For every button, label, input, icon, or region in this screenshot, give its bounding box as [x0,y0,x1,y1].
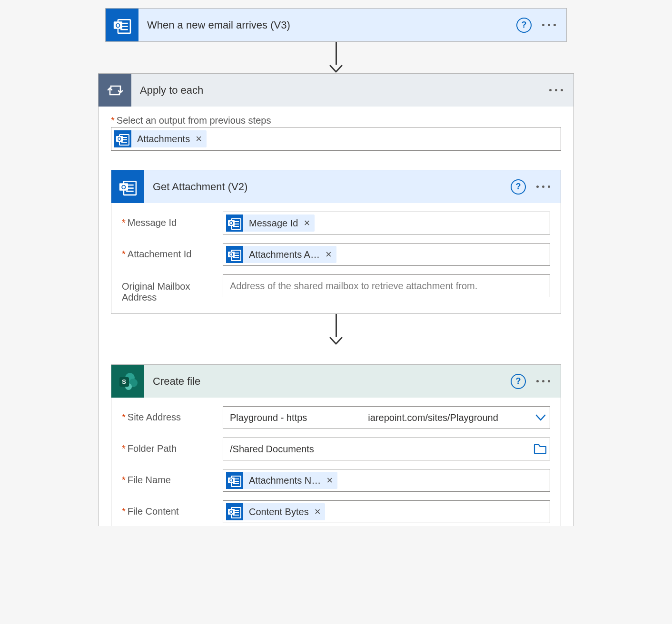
site-address-value-left: Playground - https [226,412,311,423]
message-id-input[interactable]: O Message Id × [223,212,550,234]
select-output-input[interactable]: O Attachments × [111,127,561,151]
help-icon[interactable]: ? [516,18,532,33]
site-address-select[interactable]: Playground - https iarepoint.com/sites/P… [223,406,550,429]
sharepoint-icon: S [111,365,144,398]
more-menu-button[interactable] [536,380,550,382]
label-file-content: *File Content [122,500,223,517]
outlook-icon: O [226,503,243,520]
label-folder-path: *Folder Path [122,438,223,454]
create-file-title: Create file [144,375,511,388]
outlook-icon: O [111,170,144,203]
remove-token-icon[interactable]: × [303,218,315,228]
attachment-id-input[interactable]: O Attachments A… × [223,243,550,266]
select-output-label: *Select an output from previous steps [111,115,561,126]
token-label: Content Bytes [243,507,314,517]
arrow-down-icon [326,314,346,345]
row-folder-path: *Folder Path /Shared Documents [122,438,550,460]
more-menu-button[interactable] [549,89,563,91]
label-attachment-id: *Attachement Id [122,243,223,260]
remove-token-icon[interactable]: × [314,507,326,517]
token-label: Attachments [131,134,195,145]
row-message-id: *Message Id O Message Id × [122,212,550,234]
help-icon[interactable]: ? [511,179,526,195]
get-attachment-card: O Get Attachment (V2) ? *Message Id [111,170,561,314]
outlook-icon: O [226,246,243,263]
outlook-icon: O [226,472,243,489]
loop-icon [99,74,131,107]
site-address-value-right: iarepoint.com/sites/Playground [311,412,528,423]
row-attachment-id: *Attachement Id O Attachments A… × [122,243,550,266]
token-attachments-name[interactable]: O Attachments N… × [226,472,337,489]
token-label: Attachments A… [243,249,325,260]
apply-to-each-header[interactable]: Apply to each [99,74,573,107]
apply-to-each-card: Apply to each *Select an output from pre… [98,73,574,526]
get-attachment-header[interactable]: O Get Attachment (V2) ? [111,170,561,203]
file-name-input[interactable]: O Attachments N… × [223,469,550,492]
token-attachments[interactable]: O Attachments × [114,130,207,147]
row-site-address: *Site Address Playground - https iarepoi… [122,406,550,429]
more-menu-button[interactable] [542,24,556,26]
token-content-bytes[interactable]: O Content Bytes × [226,503,325,520]
outlook-icon: O [114,130,131,147]
chevron-down-icon[interactable] [534,407,547,429]
token-label: Message Id [243,218,303,229]
get-attachment-title: Get Attachment (V2) [144,181,511,193]
label-site-address: *Site Address [122,406,223,423]
trigger-card[interactable]: O When a new email arrives (V3) ? [105,8,567,42]
token-message-id[interactable]: O Message Id × [226,214,315,232]
row-original-mailbox: Original Mailbox Address Address of the … [122,274,550,303]
create-file-header[interactable]: S Create file ? [111,365,561,398]
label-message-id: *Message Id [122,212,223,228]
remove-token-icon[interactable]: × [326,475,337,486]
label-file-name: *File Name [122,469,223,486]
arrow-down-icon [326,42,346,73]
trigger-title: When a new email arrives (V3) [138,19,516,31]
row-file-name: *File Name O Attachments N… × [122,469,550,492]
row-file-content: *File Content O Content Bytes × [122,500,550,523]
original-mailbox-input[interactable]: Address of the shared mailbox to retriev… [223,274,550,297]
label-original-mailbox: Original Mailbox Address [122,274,223,303]
token-attachments-a[interactable]: O Attachments A… × [226,246,336,263]
apply-to-each-title: Apply to each [131,84,549,97]
original-mailbox-placeholder: Address of the shared mailbox to retriev… [226,281,481,292]
help-icon[interactable]: ? [511,374,526,389]
folder-path-value: /Shared Documents [226,444,318,455]
token-label: Attachments N… [243,475,326,486]
trigger-header[interactable]: O When a new email arrives (V3) ? [106,9,566,41]
file-content-input[interactable]: O Content Bytes × [223,500,550,523]
more-menu-button[interactable] [536,185,550,188]
create-file-card: S Create file ? *Site Address [111,364,561,526]
outlook-icon: O [106,9,138,41]
folder-path-input[interactable]: /Shared Documents [223,438,550,460]
folder-picker-icon[interactable] [534,438,547,460]
remove-token-icon[interactable]: × [325,249,336,260]
outlook-icon: O [226,214,243,232]
remove-token-icon[interactable]: × [195,134,207,144]
